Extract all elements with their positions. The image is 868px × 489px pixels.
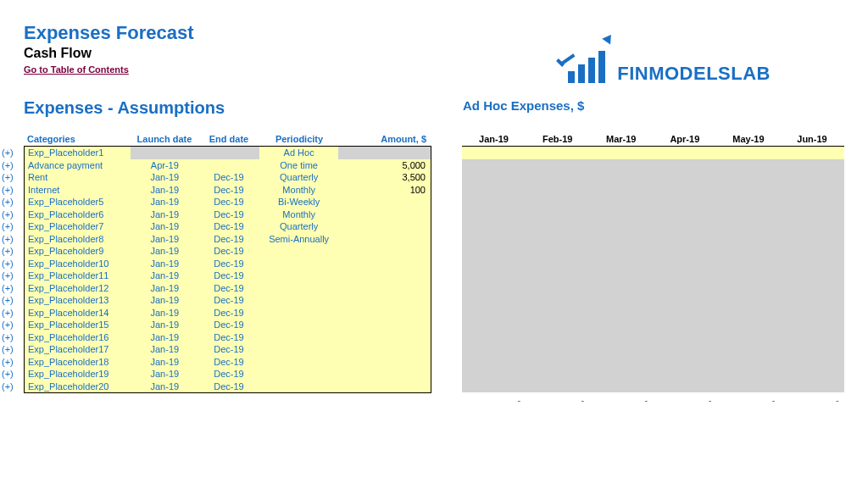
cell-periodicity[interactable] <box>259 381 339 393</box>
cell-periodicity[interactable] <box>259 245 339 258</box>
cell-launch-date[interactable]: Jan-19 <box>131 270 198 282</box>
cell-periodicity[interactable]: Semi-Annually <box>259 233 339 246</box>
expand-row-button[interactable]: (+) <box>0 381 24 393</box>
expand-row-button[interactable]: (+) <box>0 282 24 295</box>
cell-periodicity[interactable]: Bi-Weekly <box>259 196 339 208</box>
expand-row-button[interactable]: (+) <box>0 368 24 381</box>
cell-amount[interactable]: 3,500 <box>338 171 431 184</box>
cell-amount[interactable] <box>338 147 431 159</box>
cell-category[interactable]: Exp_Placeholder5 <box>25 196 131 208</box>
cell-periodicity[interactable] <box>259 282 339 295</box>
cell-amount[interactable] <box>338 319 431 331</box>
expand-row-button[interactable]: (+) <box>0 319 24 331</box>
expand-row-button[interactable]: (+) <box>0 270 24 282</box>
cell-amount[interactable] <box>338 343 431 356</box>
cell-amount[interactable] <box>338 294 431 307</box>
cell-periodicity[interactable]: Quarterly <box>259 220 339 233</box>
cell-amount[interactable]: 5,000 <box>338 159 431 172</box>
cell-end-date[interactable]: Dec-19 <box>198 220 259 233</box>
adhoc-cell[interactable] <box>462 147 526 159</box>
cell-periodicity[interactable] <box>259 343 339 356</box>
adhoc-cell[interactable] <box>589 147 653 159</box>
expand-row-button[interactable]: (+) <box>0 331 24 344</box>
cell-launch-date[interactable]: Jan-19 <box>131 331 198 344</box>
cell-category[interactable]: Exp_Placeholder6 <box>25 208 131 221</box>
cell-amount[interactable] <box>338 307 431 320</box>
cell-category[interactable]: Exp_Placeholder19 <box>25 368 131 381</box>
cell-periodicity[interactable] <box>259 258 339 270</box>
cell-periodicity[interactable] <box>259 307 339 320</box>
adhoc-cell[interactable] <box>780 147 843 159</box>
cell-launch-date[interactable]: Jan-19 <box>131 196 198 208</box>
cell-periodicity[interactable]: One time <box>259 159 339 172</box>
cell-category[interactable]: Exp_Placeholder17 <box>25 343 131 356</box>
cell-category[interactable]: Rent <box>25 171 131 184</box>
expand-row-button[interactable]: (+) <box>0 196 24 208</box>
cell-category[interactable]: Exp_Placeholder13 <box>25 294 131 307</box>
cell-amount[interactable] <box>338 331 431 344</box>
expand-row-button[interactable]: (+) <box>0 184 24 197</box>
expand-row-button[interactable]: (+) <box>0 307 24 320</box>
cell-end-date[interactable]: Dec-19 <box>198 282 259 295</box>
expand-row-button[interactable]: (+) <box>0 343 24 356</box>
cell-end-date[interactable]: Dec-19 <box>198 208 259 221</box>
adhoc-cell[interactable] <box>716 147 780 159</box>
cell-end-date[interactable]: Dec-19 <box>198 196 259 208</box>
cell-end-date[interactable]: Dec-19 <box>198 381 259 393</box>
cell-category[interactable]: Exp_Placeholder20 <box>25 381 131 393</box>
cell-category[interactable]: Exp_Placeholder12 <box>25 282 131 295</box>
cell-launch-date[interactable]: Jan-19 <box>131 368 198 381</box>
cell-category[interactable]: Exp_Placeholder9 <box>25 245 131 258</box>
cell-periodicity[interactable] <box>259 331 339 344</box>
cell-amount[interactable] <box>338 258 431 270</box>
toc-link[interactable]: Go to Table of Contents <box>24 64 129 75</box>
cell-launch-date[interactable]: Jan-19 <box>131 171 198 184</box>
cell-launch-date[interactable]: Jan-19 <box>131 356 198 369</box>
cell-end-date[interactable]: Dec-19 <box>198 356 259 369</box>
cell-periodicity[interactable] <box>259 319 339 331</box>
cell-end-date[interactable]: Dec-19 <box>198 368 259 381</box>
cell-end-date[interactable]: Dec-19 <box>198 184 259 197</box>
cell-category[interactable]: Exp_Placeholder14 <box>25 307 131 320</box>
cell-end-date[interactable]: Dec-19 <box>198 343 259 356</box>
cell-end-date[interactable]: Dec-19 <box>198 294 259 307</box>
adhoc-cell[interactable] <box>653 147 716 159</box>
cell-amount[interactable] <box>338 356 431 369</box>
cell-category[interactable]: Exp_Placeholder16 <box>25 331 131 344</box>
cell-launch-date[interactable]: Jan-19 <box>131 245 198 258</box>
cell-category[interactable]: Exp_Placeholder10 <box>25 258 131 270</box>
cell-end-date[interactable] <box>198 159 259 172</box>
expand-row-button[interactable]: (+) <box>0 147 24 159</box>
cell-category[interactable]: Exp_Placeholder7 <box>25 220 131 233</box>
cell-periodicity[interactable]: Quarterly <box>259 171 339 184</box>
cell-periodicity[interactable] <box>259 356 339 369</box>
cell-end-date[interactable]: Dec-19 <box>198 171 259 184</box>
cell-end-date[interactable]: Dec-19 <box>198 307 259 320</box>
cell-amount[interactable] <box>338 381 431 393</box>
cell-amount[interactable] <box>338 245 431 258</box>
cell-end-date[interactable]: Dec-19 <box>198 331 259 344</box>
cell-amount[interactable]: 100 <box>338 184 431 197</box>
cell-launch-date[interactable]: Jan-19 <box>131 208 198 221</box>
cell-launch-date[interactable]: Jan-19 <box>131 381 198 393</box>
cell-amount[interactable] <box>338 233 431 246</box>
cell-launch-date[interactable]: Jan-19 <box>131 294 198 307</box>
cell-end-date[interactable]: Dec-19 <box>198 233 259 246</box>
cell-category[interactable]: Exp_Placeholder8 <box>25 233 131 246</box>
cell-end-date[interactable]: Dec-19 <box>198 258 259 270</box>
cell-amount[interactable] <box>338 208 431 221</box>
cell-category[interactable]: Internet <box>25 184 131 197</box>
expand-row-button[interactable]: (+) <box>0 356 24 369</box>
cell-periodicity[interactable] <box>259 368 339 381</box>
expand-row-button[interactable]: (+) <box>0 159 24 172</box>
cell-launch-date[interactable]: Apr-19 <box>131 159 198 172</box>
cell-launch-date[interactable]: Jan-19 <box>131 233 198 246</box>
cell-launch-date[interactable]: Jan-19 <box>131 343 198 356</box>
cell-launch-date[interactable]: Jan-19 <box>131 282 198 295</box>
cell-periodicity[interactable] <box>259 270 339 282</box>
cell-launch-date[interactable]: Jan-19 <box>131 319 198 331</box>
cell-amount[interactable] <box>338 368 431 381</box>
expand-row-button[interactable]: (+) <box>0 233 24 246</box>
cell-periodicity[interactable] <box>259 294 339 307</box>
cell-end-date[interactable]: Dec-19 <box>198 319 259 331</box>
